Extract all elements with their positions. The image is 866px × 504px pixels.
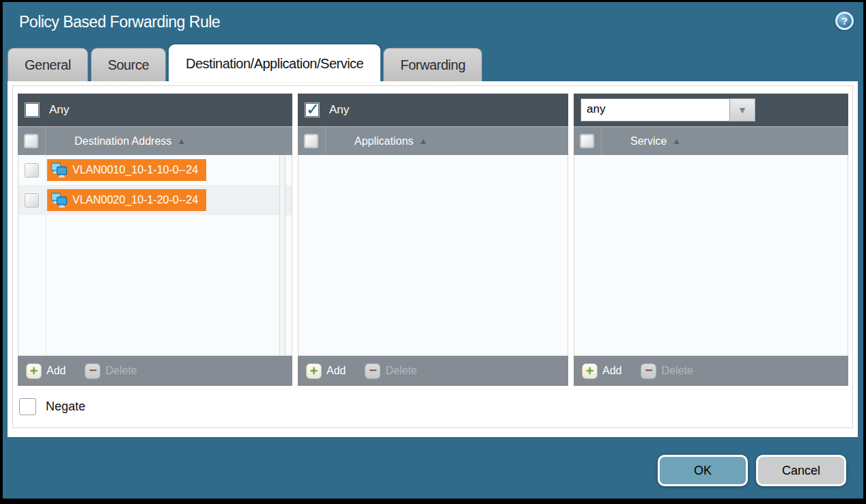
sort-ascending-icon: ▲ <box>177 136 186 146</box>
delete-button[interactable]: − Delete <box>85 363 137 379</box>
address-object-label: VLAN0020_10-1-20-0--24 <box>72 194 198 206</box>
header-divider <box>325 127 326 155</box>
header-divider <box>45 127 46 155</box>
applications-column: Any Applications ▲ + Add − Delet <box>298 94 568 386</box>
screenshot-frame: Policy Based Forwarding Rule ? General S… <box>0 0 866 504</box>
negate-label: Negate <box>46 400 85 414</box>
dialog-title: Policy Based Forwarding Rule <box>19 13 220 31</box>
add-button[interactable]: + Add <box>582 363 621 379</box>
columns-container: Any Destination Address ▲ <box>18 94 848 386</box>
minus-icon: − <box>641 363 656 379</box>
applications-any-label: Any <box>329 103 349 117</box>
applications-select-all-checkbox[interactable] <box>305 135 318 148</box>
delete-button[interactable]: − Delete <box>365 363 417 379</box>
destination-address-column: Any Destination Address ▲ <box>18 94 292 386</box>
tab-destination-application-service[interactable]: Destination/Application/Service <box>169 44 380 82</box>
minus-icon: − <box>365 363 380 379</box>
service-column-header[interactable]: Service ▲ <box>574 126 848 155</box>
service-header-label: Service <box>630 135 667 148</box>
help-icon[interactable]: ? <box>835 12 854 30</box>
applications-column-header[interactable]: Applications ▲ <box>298 126 568 155</box>
header-divider <box>601 127 602 155</box>
destination-header-label: Destination Address <box>74 135 171 148</box>
sort-ascending-icon: ▲ <box>419 136 428 146</box>
destination-footer: + Add − Delete <box>18 355 292 386</box>
tab-bar: General Source Destination/Application/S… <box>8 44 485 82</box>
delete-button[interactable]: − Delete <box>641 363 693 379</box>
sort-ascending-icon: ▲ <box>672 136 681 146</box>
vertical-scrollbar[interactable] <box>279 155 285 355</box>
plus-icon: + <box>26 363 42 379</box>
row-checkbox[interactable] <box>25 163 39 178</box>
service-dropdown-value[interactable]: any <box>581 98 729 122</box>
cancel-button[interactable]: Cancel <box>756 455 846 486</box>
network-address-icon <box>51 163 68 178</box>
row-checkbox[interactable] <box>25 193 39 208</box>
address-object-chip[interactable]: VLAN0010_10-1-10-0--24 <box>47 159 206 181</box>
negate-option: Negate <box>19 398 85 415</box>
policy-based-forwarding-dialog: Policy Based Forwarding Rule ? General S… <box>3 2 863 499</box>
tab-forwarding[interactable]: Forwarding <box>383 48 482 82</box>
service-footer: + Add − Delete <box>574 355 848 386</box>
applications-footer: + Add − Delete <box>298 355 568 386</box>
destination-list: VLAN0010_10-1-10-0--24 <box>18 155 292 355</box>
tab-source[interactable]: Source <box>91 48 166 82</box>
destination-row[interactable]: VLAN0010_10-1-10-0--24 <box>18 155 292 185</box>
service-dropdown[interactable]: any ▼ <box>581 98 755 122</box>
tab-content-panel: Any Destination Address ▲ <box>8 81 858 437</box>
address-object-label: VLAN0010_10-1-10-0--24 <box>72 164 198 176</box>
applications-list <box>298 155 568 355</box>
add-button[interactable]: + Add <box>26 363 66 379</box>
destination-select-all-checkbox[interactable] <box>25 135 38 148</box>
destination-row[interactable]: VLAN0020_10-1-20-0--24 <box>18 185 292 215</box>
address-object-chip[interactable]: VLAN0020_10-1-20-0--24 <box>47 189 206 211</box>
applications-header-label: Applications <box>354 135 413 148</box>
destination-any-label: Any <box>49 103 69 117</box>
destination-any-checkbox[interactable] <box>25 102 40 117</box>
destination-any-bar: Any <box>18 94 292 126</box>
destination-column-header[interactable]: Destination Address ▲ <box>18 126 292 155</box>
ok-button[interactable]: OK <box>658 455 748 486</box>
dialog-titlebar: Policy Based Forwarding Rule ? <box>3 2 863 44</box>
network-address-icon <box>51 193 68 208</box>
plus-icon: + <box>582 363 598 379</box>
applications-any-checkbox[interactable] <box>305 102 320 117</box>
chevron-down-icon[interactable]: ▼ <box>729 98 755 122</box>
add-button[interactable]: + Add <box>306 363 346 379</box>
service-dropdown-bar: any ▼ <box>574 94 848 126</box>
applications-any-bar: Any <box>298 94 568 126</box>
service-select-all-checkbox[interactable] <box>581 135 593 148</box>
service-list <box>574 155 848 355</box>
service-column: any ▼ Service ▲ + Add <box>574 94 848 386</box>
minus-icon: − <box>85 363 100 379</box>
tab-general[interactable]: General <box>8 48 88 82</box>
plus-icon: + <box>306 363 322 379</box>
negate-checkbox[interactable] <box>19 398 36 415</box>
